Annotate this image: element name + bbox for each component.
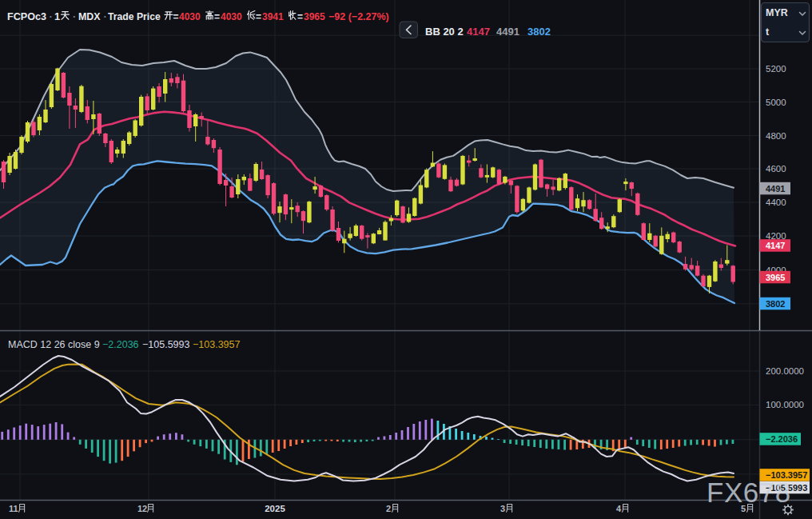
svg-text:−92 (−2.27%): −92 (−2.27%) <box>328 11 389 22</box>
svg-text:12: 12 <box>137 504 147 513</box>
svg-text:11: 11 <box>9 504 18 513</box>
svg-text:2: 2 <box>386 504 391 513</box>
svg-text:=: = <box>256 11 261 22</box>
svg-text:MACD 12 26 close 9: MACD 12 26 close 9 <box>8 339 100 350</box>
svg-text:·: · <box>50 10 53 22</box>
svg-text:5200: 5200 <box>766 64 786 74</box>
svg-text:Trade Price: Trade Price <box>108 11 161 22</box>
svg-text:4147: 4147 <box>766 241 785 250</box>
svg-text:2025: 2025 <box>265 504 285 513</box>
svg-text:FCPOc3: FCPOc3 <box>7 11 46 22</box>
svg-text:−2.2036: −2.2036 <box>102 339 139 350</box>
svg-text:·: · <box>73 10 76 22</box>
svg-text:4800: 4800 <box>766 131 786 141</box>
svg-text:1: 1 <box>54 10 60 22</box>
svg-text:4400: 4400 <box>766 198 786 207</box>
svg-text:MDX: MDX <box>78 11 101 22</box>
svg-text:3802: 3802 <box>527 26 551 38</box>
svg-text:4030: 4030 <box>221 11 242 22</box>
svg-text:=: = <box>173 11 179 22</box>
svg-text:−2.2036: −2.2036 <box>766 434 798 444</box>
svg-text:3802: 3802 <box>766 299 785 309</box>
svg-text:100.0000: 100.0000 <box>766 400 804 409</box>
svg-text:=: = <box>297 11 303 22</box>
svg-text:200.0000: 200.0000 <box>766 366 804 376</box>
svg-text:−103.3957: −103.3957 <box>193 339 240 350</box>
svg-text:=: = <box>214 11 220 22</box>
svg-text:FX678: FX678 <box>707 477 791 508</box>
svg-text:3965: 3965 <box>766 273 785 282</box>
svg-text:3: 3 <box>500 504 505 513</box>
svg-text:4491: 4491 <box>496 26 519 38</box>
svg-text:BB 20 2: BB 20 2 <box>425 26 464 38</box>
svg-text:3941: 3941 <box>262 11 284 22</box>
svg-text:5000: 5000 <box>766 98 786 107</box>
svg-text:MYR: MYR <box>766 7 788 18</box>
svg-text:·: · <box>104 10 107 22</box>
svg-text:4491: 4491 <box>766 184 785 194</box>
svg-text:4600: 4600 <box>766 164 786 174</box>
svg-text:4147: 4147 <box>467 26 490 38</box>
svg-text:−105.5993: −105.5993 <box>142 339 189 350</box>
svg-text:3965: 3965 <box>304 11 325 22</box>
svg-text:4030: 4030 <box>179 11 201 22</box>
svg-text:4: 4 <box>616 504 622 513</box>
